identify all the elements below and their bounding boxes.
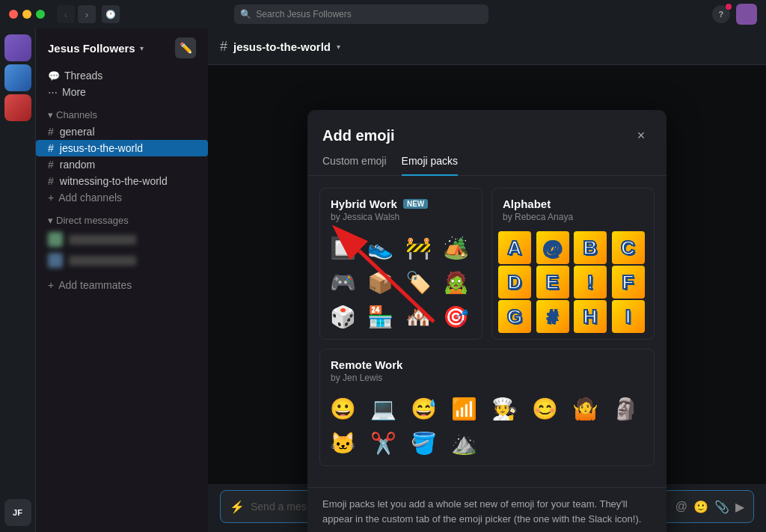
emoji-item[interactable]: 🔲: [326, 231, 359, 264]
search-placeholder: Search Jesus Followers: [256, 9, 351, 19]
workspace-icon-2[interactable]: [4, 64, 31, 91]
emoji-item[interactable]: 🐱: [326, 426, 359, 459]
titlebar: ‹ › 🕐 🔍 Search Jesus Followers ?: [0, 0, 766, 28]
channels-section[interactable]: ▾ Channels: [36, 100, 208, 123]
sidebar-item-more[interactable]: ⋯ More: [36, 84, 208, 100]
letter-tile-F[interactable]: F: [612, 266, 645, 299]
add-emoji-modal: Add emoji × Custom emoji Emoji packs: [307, 110, 667, 532]
letter-tile-at[interactable]: @: [536, 231, 569, 264]
dm-avatar-2: [48, 253, 63, 268]
dm-item-2[interactable]: [36, 250, 208, 271]
channel-jesus-to-the-world[interactable]: # jesus-to-the-world: [36, 140, 208, 156]
threads-label: Threads: [64, 70, 102, 82]
emoji-item[interactable]: ⛰️: [447, 426, 480, 459]
forward-button[interactable]: ›: [78, 5, 96, 23]
emoji-item[interactable]: 🚧: [402, 231, 435, 264]
emoji-grid-remote: 😀 💻 😅 📶 🧑‍🍳 😊 🤷 🗿 🐱 ✂️ 🪣: [320, 389, 654, 465]
tab-emoji-packs[interactable]: Emoji packs: [402, 155, 458, 176]
search-bar[interactable]: 🔍 Search Jesus Followers: [234, 4, 488, 24]
user-avatar[interactable]: [736, 4, 757, 25]
modal-footer: Emoji packs let you add a whole set new …: [307, 487, 667, 532]
plus-icon: +: [48, 192, 54, 204]
channel-header: # jesus-to-the-world ▾: [208, 28, 766, 65]
modal-overlay: Add emoji × Custom emoji Emoji packs: [208, 65, 766, 484]
emoji-item[interactable]: 🪣: [407, 426, 440, 459]
dm-section[interactable]: ▾ Direct messages: [36, 206, 208, 229]
emoji-icon[interactable]: 🙂: [693, 500, 708, 514]
minimize-button[interactable]: [22, 10, 31, 19]
maximize-button[interactable]: [36, 10, 45, 19]
nav-controls: ‹ ›: [57, 5, 96, 23]
close-button[interactable]: [9, 10, 18, 19]
channel-name: general: [60, 126, 95, 138]
add-teammates-label: Add teammates: [58, 279, 132, 291]
history-button[interactable]: 🕐: [102, 5, 120, 23]
letter-tile-hash[interactable]: #: [536, 300, 569, 333]
emoji-item[interactable]: 🎲: [326, 300, 359, 333]
letter-tile-C[interactable]: C: [612, 231, 645, 264]
dm-arrow-icon: ▾: [48, 215, 53, 226]
emoji-item[interactable]: 🏕️: [440, 231, 473, 264]
emoji-item[interactable]: 🏷️: [402, 266, 435, 299]
edit-button[interactable]: ✏️: [175, 37, 196, 58]
threads-icon: 💬: [48, 70, 60, 82]
channel-general[interactable]: # general: [36, 123, 208, 140]
channel-title: jesus-to-the-world: [233, 40, 331, 53]
pack-author: by Jessica Walsh: [331, 212, 471, 222]
workspace-icon-1[interactable]: [4, 34, 31, 61]
letter-tile-H[interactable]: H: [574, 300, 607, 333]
send-icon[interactable]: ▶: [735, 500, 744, 514]
emoji-item[interactable]: 🎯: [440, 300, 473, 333]
emoji-item[interactable]: 🎮: [326, 266, 359, 299]
dm-avatar-1: [48, 232, 63, 247]
back-button[interactable]: ‹: [57, 5, 75, 23]
notification-badge: [726, 4, 732, 10]
left-sidebar: Jesus Followers ▾ ✏️ 💬 Threads ⋯ More ▾ …: [36, 28, 208, 532]
channels-label: Channels: [56, 109, 97, 120]
letter-tile-B[interactable]: B: [574, 231, 607, 264]
channel-random[interactable]: # random: [36, 156, 208, 173]
emoji-item[interactable]: 🤷: [569, 392, 601, 425]
emoji-item[interactable]: ✂️: [367, 426, 399, 459]
letter-tile-E[interactable]: E: [536, 266, 569, 299]
add-teammates-button[interactable]: + Add teammates: [36, 277, 208, 293]
letter-tile-I[interactable]: I: [612, 300, 645, 333]
dm-name-2: [69, 256, 136, 266]
paperclip-icon[interactable]: 📎: [714, 500, 729, 514]
emoji-item[interactable]: 📦: [364, 266, 397, 299]
at-icon[interactable]: @: [675, 500, 687, 513]
add-channels-label: Add channels: [58, 192, 122, 204]
emoji-item[interactable]: 😀: [326, 392, 359, 425]
input-actions: @ 🙂 📎 ▶: [675, 500, 744, 514]
window-controls: [9, 10, 45, 19]
emoji-item[interactable]: 🏘️: [402, 300, 435, 333]
emoji-grid-alphabet: A @ B C D E ! F G #: [492, 228, 654, 339]
letter-tile-A[interactable]: A: [498, 231, 531, 264]
add-channels-button[interactable]: + Add channels: [36, 189, 208, 206]
emoji-item[interactable]: 😅: [407, 392, 440, 425]
modal-close-button[interactable]: ×: [631, 125, 652, 146]
emoji-item[interactable]: 😊: [528, 392, 561, 425]
emoji-item[interactable]: 💻: [367, 392, 399, 425]
user-status-icon[interactable]: JF: [4, 499, 31, 526]
letter-tile-D[interactable]: D: [498, 266, 531, 299]
emoji-item[interactable]: 🗿: [609, 392, 642, 425]
tab-custom-emoji[interactable]: Custom emoji: [322, 155, 387, 176]
help-button[interactable]: ?: [712, 5, 730, 23]
pack-author: by Rebeca Anaya: [503, 212, 643, 222]
letter-tile-G[interactable]: G: [498, 300, 531, 333]
letter-tile-exclaim[interactable]: !: [574, 266, 607, 299]
channels-arrow-icon: ▾: [48, 109, 53, 120]
emoji-item[interactable]: 🧑‍🍳: [488, 392, 521, 425]
sidebar-item-threads[interactable]: 💬 Threads: [36, 67, 208, 84]
workspace-chevron-icon: ▾: [140, 44, 144, 52]
dm-item-1[interactable]: [36, 229, 208, 250]
emoji-item[interactable]: 🏪: [364, 300, 397, 333]
emoji-item[interactable]: 🧟: [440, 266, 473, 299]
emoji-item[interactable]: 👟: [364, 231, 397, 264]
channel-name: jesus-to-the-world: [60, 142, 143, 154]
workspace-icon-3[interactable]: [4, 94, 31, 121]
workspace-header[interactable]: Jesus Followers ▾ ✏️: [36, 28, 208, 67]
channel-witnessing[interactable]: # witnessing-to-the-world: [36, 173, 208, 189]
emoji-item[interactable]: 📶: [447, 392, 480, 425]
